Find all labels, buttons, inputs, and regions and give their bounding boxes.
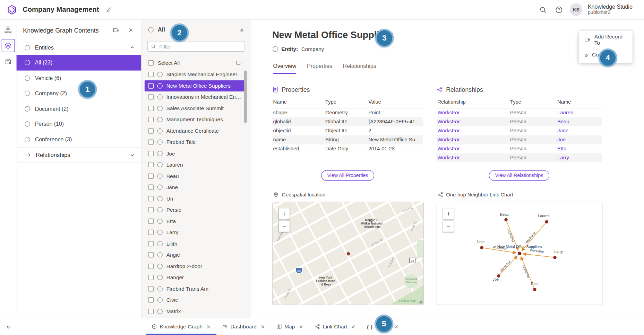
relationship-row[interactable]: WorksFor Person Larry: [437, 153, 602, 162]
zoom-in-button[interactable]: +: [443, 208, 454, 219]
item-checkbox[interactable]: [148, 309, 154, 314]
select-all-checkbox[interactable]: [148, 60, 154, 65]
select-all-row[interactable]: Select All: [142, 56, 250, 69]
relationship-link[interactable]: WorksFor: [437, 146, 510, 152]
related-entity-link[interactable]: Joe: [557, 137, 602, 143]
item-checkbox[interactable]: [148, 72, 154, 77]
close-icon[interactable]: [127, 26, 135, 34]
entity-list-item[interactable]: Larry: [145, 227, 244, 238]
view-tab-map[interactable]: Map: [271, 318, 309, 335]
item-checkbox[interactable]: [148, 297, 154, 302]
entity-list-item[interactable]: Ranger: [145, 272, 244, 283]
tab-properties[interactable]: Properties: [307, 63, 332, 74]
relationship-row[interactable]: WorksFor Person Joe: [437, 135, 602, 144]
relationship-link[interactable]: WorksFor: [437, 128, 510, 134]
property-row[interactable]: name String New Metal Office Suppli...: [272, 135, 423, 144]
close-icon[interactable]: [261, 325, 265, 329]
node-beau[interactable]: [504, 218, 507, 221]
relationship-link[interactable]: WorksFor: [437, 110, 510, 116]
entity-type-item[interactable]: Person (10): [16, 116, 141, 132]
relationship-link[interactable]: WorksFor: [437, 137, 510, 143]
item-checkbox[interactable]: [148, 151, 154, 156]
relationship-link[interactable]: WorksFor: [437, 155, 510, 161]
property-row[interactable]: objectid Object ID 2: [272, 126, 423, 135]
entity-list-item[interactable]: Lilith: [145, 238, 244, 249]
layers-icon[interactable]: [1, 39, 15, 52]
save-icon[interactable]: [2, 55, 14, 68]
collapse-panel-icon[interactable]: «: [240, 26, 243, 33]
close-icon[interactable]: [299, 325, 303, 329]
search-button[interactable]: [538, 4, 548, 15]
property-row[interactable]: globalid Global ID {A228944F-0EF5-412A-.…: [272, 117, 423, 126]
one-hop-link-chart[interactable]: + −: [437, 202, 602, 305]
entity-list-item[interactable]: Angie: [145, 249, 244, 261]
expand-rail-icon[interactable]: »: [0, 318, 16, 335]
related-entity-link[interactable]: Larry: [557, 155, 602, 161]
item-checkbox[interactable]: [148, 219, 154, 224]
entity-list-item[interactable]: New Metal Office Suppliers: [145, 80, 244, 91]
entity-list-item[interactable]: Staplers Mechanical Engineering: [145, 69, 244, 80]
item-checkbox[interactable]: [148, 95, 154, 100]
entity-list-item[interactable]: Firebird Trans Am: [145, 283, 244, 294]
entity-list-item[interactable]: Managment Techniques: [145, 114, 244, 125]
related-entity-link[interactable]: Etta: [557, 146, 602, 152]
entity-type-item[interactable]: Vehicle (6): [16, 70, 141, 86]
relationship-row[interactable]: WorksFor Person Etta: [437, 144, 602, 153]
item-checkbox[interactable]: [148, 106, 154, 111]
entity-list-item[interactable]: Jane: [145, 182, 244, 193]
entity-type-item[interactable]: Document (2): [16, 101, 141, 116]
entity-type-item[interactable]: Company (2): [16, 86, 141, 101]
item-checkbox[interactable]: [148, 241, 154, 246]
entity-list-item[interactable]: Lauren: [145, 159, 244, 170]
entity-list-item[interactable]: Attendance Certificate: [145, 125, 244, 137]
view-all-relationships-button[interactable]: View All Relationships: [489, 170, 549, 181]
user-avatar[interactable]: KS: [570, 3, 583, 16]
zoom-out-button[interactable]: −: [278, 221, 290, 232]
view-all-properties-button[interactable]: View All Properties: [321, 170, 375, 181]
entity-list-item[interactable]: Civic: [145, 294, 244, 306]
add-record-icon[interactable]: [234, 58, 243, 67]
entity-location-marker[interactable]: [347, 253, 350, 255]
close-icon[interactable]: [207, 325, 211, 329]
add-record-icon[interactable]: [111, 25, 121, 35]
zoom-out-button[interactable]: −: [443, 221, 454, 232]
geospatial-map[interactable]: + − N 3rd St: [272, 202, 424, 305]
property-row[interactable]: shape Geometry Point: [272, 108, 423, 117]
item-checkbox[interactable]: [148, 173, 154, 178]
related-entity-link[interactable]: Beau: [557, 119, 602, 125]
node-larry[interactable]: [553, 256, 556, 259]
edit-title-button[interactable]: [104, 5, 114, 14]
item-checkbox[interactable]: [148, 117, 154, 122]
center-node[interactable]: [518, 252, 522, 255]
related-entity-link[interactable]: Jane: [557, 128, 602, 134]
item-checkbox[interactable]: [148, 185, 154, 190]
entity-list-item[interactable]: Firebird Title: [145, 136, 244, 148]
entity-list-item[interactable]: Uri: [145, 193, 244, 204]
list-scrollbar-thumb[interactable]: [244, 71, 247, 123]
item-checkbox[interactable]: [148, 162, 154, 167]
item-checkbox[interactable]: [148, 196, 154, 201]
relationship-row[interactable]: WorksFor Person Beau: [437, 117, 602, 126]
relationships-section-header[interactable]: Relationships: [16, 147, 141, 163]
node-jane[interactable]: [480, 246, 483, 249]
entity-type-item[interactable]: Conference (3): [16, 132, 141, 147]
item-checkbox[interactable]: [148, 128, 154, 133]
entity-type-item[interactable]: All (23): [16, 55, 141, 70]
map-attribution-icon[interactable]: [419, 300, 422, 303]
item-checkbox[interactable]: [148, 252, 154, 257]
help-button[interactable]: ?: [554, 4, 565, 15]
node-lauren[interactable]: [545, 220, 548, 223]
entity-list-item[interactable]: Persie: [145, 204, 244, 215]
menu-item-add-record-to[interactable]: Add Record To: [579, 32, 633, 47]
item-checkbox[interactable]: [148, 140, 154, 145]
item-checkbox[interactable]: [148, 230, 154, 235]
view-tab-link-chart[interactable]: Link Chart: [309, 318, 361, 335]
tab-overview[interactable]: Overview: [273, 63, 297, 74]
relationship-row[interactable]: WorksFor Person Jane: [437, 126, 602, 135]
entity-list-item[interactable]: Joe: [145, 148, 244, 159]
entity-list-item[interactable]: Beau: [145, 170, 244, 182]
entity-list-item[interactable]: Etta: [145, 215, 244, 227]
entity-list-item[interactable]: Hardtop 2-door: [145, 261, 244, 272]
filter-input[interactable]: [158, 43, 241, 50]
item-checkbox[interactable]: [148, 83, 154, 88]
